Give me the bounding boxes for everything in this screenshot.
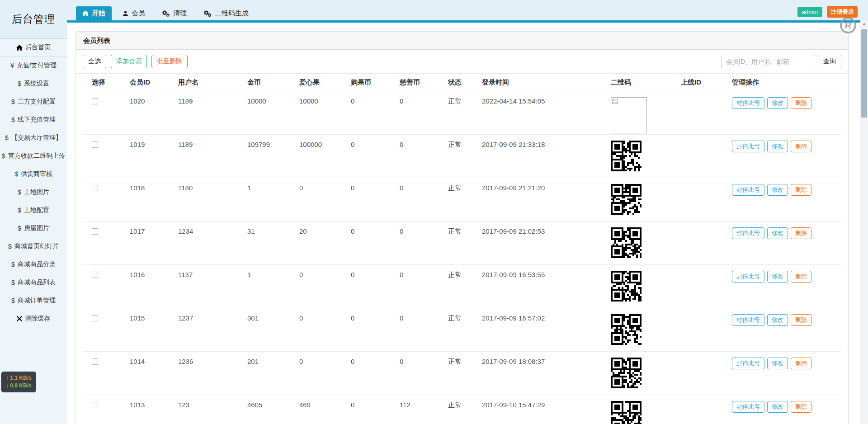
- sidebar-item-label: 房屋图片: [24, 224, 49, 232]
- buy-fruit-cell: 0: [351, 265, 400, 308]
- row-checkbox[interactable]: [92, 402, 98, 408]
- love-fruit-cell: 469: [299, 395, 351, 424]
- dollar-icon: $: [18, 225, 21, 232]
- delete-button[interactable]: 删除: [791, 141, 811, 152]
- batch-delete-button[interactable]: 批量删除: [151, 55, 188, 68]
- sidebar-item-label: 官方收款二维码上传: [8, 152, 65, 160]
- vertical-scrollbar[interactable]: ▲: [860, 20, 868, 424]
- edit-button[interactable]: 修改: [767, 141, 788, 152]
- tab-开始[interactable]: 开始: [76, 6, 112, 20]
- tab-bar: 开始会员清理二维码生成: [76, 6, 259, 20]
- delete-button[interactable]: 删除: [791, 271, 811, 283]
- ban-account-button[interactable]: 封停此号: [732, 358, 764, 369]
- sidebar-item-官方收款二维码上传[interactable]: $官方收款二维码上传: [0, 147, 67, 165]
- ban-account-button[interactable]: 封停此号: [732, 184, 764, 196]
- buy-fruit-cell: 0: [351, 135, 400, 178]
- sidebar-item-充值/支付管理[interactable]: ¥充值/支付管理: [0, 57, 67, 75]
- edit-button[interactable]: 修改: [767, 271, 788, 283]
- sidebar-item-商城首页幻灯片[interactable]: $商城首页幻灯片: [0, 237, 67, 255]
- qr-code-image: [611, 227, 642, 258]
- love-fruit-cell: 10000: [299, 91, 351, 135]
- tab-二维码生成[interactable]: 二维码生成: [198, 6, 255, 20]
- search-input[interactable]: [721, 55, 814, 68]
- qr-code-cell: [611, 178, 681, 221]
- member-id-cell: 1015: [130, 308, 178, 352]
- sidebar-item-label: 系统设置: [24, 80, 49, 88]
- edit-button[interactable]: 修改: [767, 401, 788, 413]
- username-cell: 1189: [178, 91, 247, 135]
- edit-button[interactable]: 修改: [767, 227, 788, 239]
- sidebar-item-三方支付配置[interactable]: $三方支付配置: [0, 93, 67, 111]
- actions-cell: 封停此号修改删除: [732, 395, 841, 424]
- delete-button[interactable]: 删除: [791, 314, 811, 326]
- row-checkbox[interactable]: [92, 98, 98, 104]
- sidebar-item-商城商品列表[interactable]: $商城商品列表: [0, 273, 67, 292]
- ban-account-button[interactable]: 封停此号: [732, 271, 764, 283]
- ban-account-button[interactable]: 封停此号: [732, 227, 764, 239]
- select-all-button[interactable]: 全选: [83, 55, 106, 68]
- sidebar-item-label: 线下充值管理: [18, 116, 56, 124]
- row-checkbox[interactable]: [92, 141, 98, 148]
- charity-cell: 0: [400, 178, 448, 221]
- sidebar-item-系统设置[interactable]: $系统设置: [0, 75, 67, 93]
- delete-button[interactable]: 删除: [791, 401, 811, 413]
- logout-button[interactable]: 注销登录: [827, 6, 858, 18]
- add-member-button[interactable]: 添加会员: [111, 55, 147, 68]
- sidebar-item-线下充值管理[interactable]: $线下充值管理: [0, 111, 67, 129]
- sidebar-item-label: 商城商品分类: [18, 260, 56, 269]
- gold-cell: 201: [247, 352, 299, 395]
- ban-account-button[interactable]: 封停此号: [732, 141, 764, 152]
- edit-button[interactable]: 修改: [767, 184, 788, 196]
- sidebar-item-label: 后台首页: [25, 43, 51, 52]
- ban-account-button[interactable]: 封停此号: [732, 314, 764, 326]
- sidebar-item-土地图片[interactable]: $土地图片: [0, 183, 67, 201]
- edit-button[interactable]: 修改: [767, 314, 788, 326]
- sidebar-item-房屋图片[interactable]: $房屋图片: [0, 219, 67, 237]
- scroll-up-arrow-icon[interactable]: ▲: [860, 20, 868, 28]
- ban-account-button[interactable]: 封停此号: [732, 401, 764, 413]
- row-checkbox[interactable]: [92, 358, 98, 365]
- column-header-金币: 金币: [247, 74, 299, 91]
- column-header-爱心果: 爱心果: [299, 74, 351, 91]
- delete-button[interactable]: 删除: [791, 358, 811, 369]
- sidebar-item-土地配置[interactable]: $土地配置: [0, 201, 67, 219]
- sidebar-item-清除缓存[interactable]: 清除缓存: [0, 310, 67, 328]
- status-cell: 正常: [448, 308, 482, 352]
- search-button[interactable]: 查询: [818, 55, 841, 68]
- user-icon: [123, 10, 128, 16]
- row-checkbox[interactable]: [92, 272, 98, 278]
- sidebar-item-商城订单管理[interactable]: $商城订单管理: [0, 292, 67, 310]
- scrollbar-thumb[interactable]: [861, 29, 867, 118]
- buy-fruit-cell: 0: [351, 308, 400, 352]
- select-cell: [83, 221, 130, 265]
- admin-user-button[interactable]: admin: [797, 7, 822, 17]
- login-time-cell: 2022-04-14 15:54:05: [482, 91, 611, 135]
- edit-button[interactable]: 修改: [767, 97, 788, 109]
- delete-button[interactable]: 删除: [791, 227, 811, 239]
- row-checkbox[interactable]: [92, 315, 98, 321]
- login-time-cell: 2017-09-09 18:08:37: [482, 352, 611, 395]
- row-checkbox[interactable]: [92, 185, 98, 191]
- table-row: 1019118910979910000000正常2017-09-09 21:33…: [83, 135, 841, 178]
- sidebar-item-【交易大厅管理】[interactable]: $【交易大厅管理】: [0, 129, 67, 147]
- member-id-cell: 1020: [130, 91, 178, 135]
- delete-button[interactable]: 删除: [791, 184, 811, 196]
- ban-account-button[interactable]: 封停此号: [732, 97, 764, 109]
- row-checkbox[interactable]: [92, 228, 98, 235]
- sidebar-menu: 后台首页¥充值/支付管理$系统设置$三方支付配置$线下充值管理$【交易大厅管理】…: [0, 38, 67, 328]
- sidebar-item-label: 土地图片: [24, 188, 49, 196]
- delete-button[interactable]: 删除: [791, 97, 811, 109]
- love-fruit-cell: 0: [299, 352, 351, 395]
- sidebar-item-商城商品分类[interactable]: $商城商品分类: [0, 255, 67, 273]
- toolbar-right: 查询: [721, 55, 841, 68]
- column-header-状态: 状态: [448, 74, 482, 91]
- dollar-icon: $: [11, 261, 15, 268]
- sidebar-item-供货商审核[interactable]: $供货商审核: [0, 165, 67, 183]
- edit-button[interactable]: 修改: [767, 358, 788, 369]
- qr-code-cell: [611, 91, 681, 135]
- sidebar-item-后台首页[interactable]: 后台首页: [0, 38, 67, 57]
- tab-清理[interactable]: 清理: [156, 6, 193, 20]
- username-cell: 1137: [178, 265, 247, 308]
- tab-会员[interactable]: 会员: [116, 6, 151, 20]
- gold-cell: 109799: [247, 135, 299, 178]
